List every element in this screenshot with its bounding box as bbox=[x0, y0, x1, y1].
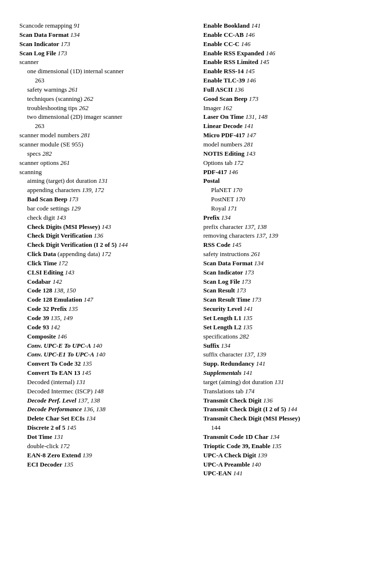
index-entry: Decode Perf. Level 137, 138 bbox=[19, 396, 189, 405]
index-entry: Scan Indicator 173 bbox=[19, 40, 189, 49]
index-entry: Code 32 Prefix 135 bbox=[19, 305, 189, 314]
index-entry: Set Length L2 135 bbox=[204, 323, 373, 332]
index-entry: Scan Log File 173 bbox=[204, 277, 373, 287]
index-entry: Translations tab 174 bbox=[204, 387, 373, 396]
index-entry: Decoded Intermec (ISCP) 148 bbox=[19, 387, 189, 396]
index-entry: Code 39 135, 149 bbox=[19, 314, 189, 323]
index-entry: Laser On Time 131, 148 bbox=[204, 113, 373, 122]
index-entry: specs 282 bbox=[19, 149, 189, 159]
index-entry: Convert To EAN 13 145 bbox=[19, 369, 189, 378]
index-entry: Scan Log File 173 bbox=[19, 49, 189, 58]
index-entry: 263 bbox=[19, 122, 189, 131]
index-entry: Codabar 142 bbox=[19, 277, 189, 287]
page-header bbox=[19, 15, 373, 16]
index-entry: prefix character 137, 138 bbox=[204, 223, 373, 232]
index-entry: Postal bbox=[204, 177, 373, 186]
index-entry: suffix character 137, 139 bbox=[204, 350, 373, 359]
index-entry: Enable CC-AB 146 bbox=[204, 31, 373, 40]
index-entry: Scan Result 173 bbox=[204, 286, 373, 295]
index-entry: Enable RSS Expanded 146 bbox=[204, 49, 373, 58]
index-entry: Scan Result Time 173 bbox=[204, 295, 373, 305]
index-entry: Micro PDF-417 147 bbox=[204, 131, 373, 140]
index-entry: Transmit Check Digit 136 bbox=[204, 396, 373, 405]
index-entry: Set Length L1 135 bbox=[204, 314, 373, 323]
index-entry: Composite 146 bbox=[19, 332, 189, 341]
index-entry: Enable RSS Limited 145 bbox=[204, 58, 373, 67]
index-entry: Click Time 172 bbox=[19, 259, 189, 268]
index-entry: NOTIS Editing 143 bbox=[204, 149, 373, 159]
index-entry: PDF-417 146 bbox=[204, 168, 373, 177]
index-entry: removing characters 137, 139 bbox=[204, 231, 373, 241]
index-entry: Click Data (appending data) 172 bbox=[19, 250, 189, 259]
left-column: Scancode remapping 91Scan Data Format 13… bbox=[19, 21, 189, 469]
index-entry: Check Digits (MSI Plessey) 143 bbox=[19, 223, 189, 232]
index-entry: CLSI Editing 143 bbox=[19, 268, 189, 277]
index-entry: Suffix 134 bbox=[204, 341, 373, 351]
index-entry: target (aiming) dot duration 131 bbox=[204, 378, 373, 387]
index-entry: Supplementals 141 bbox=[204, 369, 373, 378]
index-entry: Prefix 134 bbox=[204, 213, 373, 223]
index-entry: Trioptic Code 39, Enable 135 bbox=[204, 442, 373, 451]
index-entry: Transmit Check Digit (MSI Plessey) bbox=[204, 414, 373, 423]
index-entry: Check Digit Verification (I 2 of 5) 144 bbox=[19, 241, 189, 250]
index-entry: troubleshooting tips 262 bbox=[19, 104, 189, 113]
index-entry: Conv. UPC-E To UPC-A 140 bbox=[19, 341, 189, 351]
index-entry: PostNET 170 bbox=[204, 195, 373, 204]
index-entry: double-click 172 bbox=[19, 442, 189, 451]
index-entry: Enable TLC-39 146 bbox=[204, 76, 373, 85]
right-column: Enable Bookland 141Enable CC-AB 146Enabl… bbox=[204, 21, 373, 478]
page-container: Scancode remapping 91Scan Data Format 13… bbox=[0, 0, 392, 565]
index-entry: appending characters 139, 172 bbox=[19, 186, 189, 195]
index-entry: Code 93 142 bbox=[19, 323, 189, 332]
index-entry: Transmit Code 1D Char 134 bbox=[204, 433, 373, 442]
index-entry: scanner options 261 bbox=[19, 159, 189, 168]
index-entry: Scan Indicator 173 bbox=[204, 268, 373, 277]
index-entry: Imager 162 bbox=[204, 104, 373, 113]
index-entry: Discrete 2 of 5 145 bbox=[19, 423, 189, 433]
index-entry: bar code settings 129 bbox=[19, 204, 189, 213]
index-entry: safety warnings 261 bbox=[19, 85, 189, 95]
index-entry: Decoded (internal) 131 bbox=[19, 378, 189, 387]
index-entry: UPC-EAN 141 bbox=[204, 469, 373, 478]
index-entry: Enable Bookland 141 bbox=[204, 21, 373, 31]
index-entry: Conv. UPC-E1 To UPC-A 140 bbox=[19, 350, 189, 359]
index-entry: Delete Char Set ECIs 134 bbox=[19, 414, 189, 423]
index-entry: scanner module (SE 955) bbox=[19, 140, 189, 149]
index-entry: one dimensional (1D) internal scanner bbox=[19, 67, 189, 76]
index-entry: model numbers 281 bbox=[204, 140, 373, 149]
index-entry: Options tab 172 bbox=[204, 159, 373, 168]
index-entry: RSS Code 145 bbox=[204, 241, 373, 250]
index-entry: techniques (scanning) 262 bbox=[19, 95, 189, 104]
index-entry: EAN-8 Zero Extend 139 bbox=[19, 451, 189, 460]
index-entry: two dimensional (2D) imager scanner bbox=[19, 113, 189, 122]
index-entry: Transmit Check Digit (I 2 of 5) 144 bbox=[204, 405, 373, 414]
index-entry: UPC-A Preamble 140 bbox=[204, 460, 373, 469]
index-entry: Code 128 138, 150 bbox=[19, 286, 189, 295]
index-entry: scanner model numbers 281 bbox=[19, 131, 189, 140]
index-entry: Dot Time 131 bbox=[19, 433, 189, 442]
index-entry: Check Digit Verification 136 bbox=[19, 231, 189, 241]
index-entry: safety instructions 261 bbox=[204, 250, 373, 259]
index-entry: ECI Decoder 135 bbox=[19, 460, 189, 469]
index-entry: Convert To Code 32 135 bbox=[19, 359, 189, 369]
columns-wrapper: Scancode remapping 91Scan Data Format 13… bbox=[19, 21, 373, 478]
index-entry: Decode Performance 136, 138 bbox=[19, 405, 189, 414]
index-entry: Security Level 141 bbox=[204, 305, 373, 314]
index-entry: Code 128 Emulation 147 bbox=[19, 295, 189, 305]
index-entry: PlaNET 170 bbox=[204, 186, 373, 195]
index-entry: scanner bbox=[19, 58, 189, 67]
index-entry: 144 bbox=[204, 423, 373, 433]
index-entry: Royal 171 bbox=[204, 204, 373, 213]
index-entry: Scan Data Format 134 bbox=[19, 31, 189, 40]
index-entry: scanning bbox=[19, 168, 189, 177]
index-entry: UPC-A Check Digit 139 bbox=[204, 451, 373, 460]
index-entry: Supp. Redundancy 141 bbox=[204, 359, 373, 369]
index-entry: aiming (target) dot duration 131 bbox=[19, 177, 189, 186]
index-entry: Linear Decode 141 bbox=[204, 122, 373, 131]
index-entry: check digit 143 bbox=[19, 213, 189, 223]
index-entry: Bad Scan Beep 173 bbox=[19, 195, 189, 204]
index-entry: Good Scan Beep 173 bbox=[204, 95, 373, 104]
index-entry: specifications 282 bbox=[204, 332, 373, 341]
index-entry: 263 bbox=[19, 76, 189, 85]
index-entry: Scan Data Format 134 bbox=[204, 259, 373, 268]
